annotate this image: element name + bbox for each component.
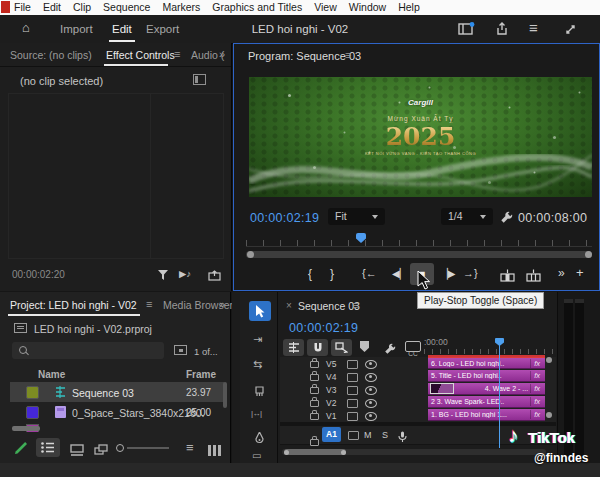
tab-sequence[interactable]: Sequence 03: [298, 301, 360, 312]
project-file-name[interactable]: LED hoi nghi - V02.prproj: [34, 324, 152, 335]
column-header-frame[interactable]: Frame: [186, 370, 216, 380]
share-icon[interactable]: [495, 22, 509, 40]
writable-pen-icon[interactable]: [14, 441, 28, 459]
track-name[interactable]: V4: [326, 373, 340, 382]
horizontal-scrollbar-thumb[interactable]: [12, 426, 40, 431]
mark-out-button[interactable]: }: [330, 268, 334, 280]
fx-badge[interactable]: fx: [530, 410, 545, 419]
menu-graphics-titles[interactable]: Graphics and Titles: [212, 2, 302, 13]
go-to-out-button[interactable]: →}: [463, 268, 478, 279]
slip-tool[interactable]: |↔|: [251, 410, 262, 418]
zoom-handle-right[interactable]: [585, 251, 592, 258]
search-input[interactable]: [32, 343, 162, 358]
clip-wave-spark[interactable]: 2 3. Wave Spark- LED.. fx: [428, 396, 545, 408]
audio-track-badge[interactable]: A1: [322, 427, 341, 442]
timeline-timecode[interactable]: 00:00:02:19: [289, 322, 358, 335]
lock-icon[interactable]: [310, 439, 319, 446]
insert-nest-button[interactable]: [283, 339, 304, 356]
track-scrollbar-handle-bottom[interactable]: [546, 412, 552, 418]
hscroll-handle-right[interactable]: [341, 450, 346, 455]
icon-view-button[interactable]: [70, 442, 84, 460]
automate-sequence-icon[interactable]: [208, 442, 221, 460]
hand-tool[interactable]: ▭: [252, 451, 261, 461]
timeline-menu-icon[interactable]: ≡: [352, 300, 358, 311]
program-menu-icon[interactable]: ≡: [345, 50, 351, 61]
selection-tool[interactable]: [249, 301, 271, 321]
program-zoom-scrollbar[interactable]: [246, 251, 592, 258]
voiceover-mic-icon[interactable]: [398, 429, 407, 447]
zoom-slider-track[interactable]: [127, 447, 169, 449]
tab-effect-controls[interactable]: Effect Controls: [106, 50, 175, 61]
more-tabs-icon[interactable]: »: [219, 49, 225, 60]
clip-wave2[interactable]: 4. Wave 2 - ... fx: [428, 383, 545, 395]
project-menu-icon[interactable]: ≡: [146, 299, 152, 310]
tab-edit[interactable]: Edit: [112, 24, 132, 36]
freeform-view-button[interactable]: [94, 442, 109, 460]
program-time-ruler[interactable]: [246, 233, 592, 247]
fx-badge[interactable]: fx: [530, 371, 545, 380]
pen-tool[interactable]: [254, 430, 265, 448]
track-target-icon[interactable]: [347, 412, 358, 421]
clip-bg[interactable]: 1. BG - LED hoi nghi 1... fx: [428, 409, 545, 421]
settings-wrench-icon[interactable]: [500, 210, 513, 228]
fx-badge[interactable]: fx: [530, 359, 545, 368]
track-select-tool[interactable]: ⇥: [253, 334, 262, 345]
ripple-edit-tool[interactable]: ⇆: [253, 359, 262, 370]
search-bin-icon[interactable]: [174, 345, 187, 355]
track-target-icon[interactable]: [347, 399, 358, 408]
razor-tool[interactable]: [254, 383, 265, 401]
zoom-slider-handle[interactable]: [116, 444, 124, 452]
label-color-chip[interactable]: [26, 406, 39, 419]
close-tab-icon[interactable]: ×: [286, 301, 292, 311]
fullscreen-icon[interactable]: [564, 22, 577, 40]
menu-file[interactable]: File: [14, 2, 31, 13]
sort-icon[interactable]: ≡: [186, 441, 194, 454]
track-name[interactable]: V3: [326, 386, 340, 395]
tab-project[interactable]: Project: LED hoi nghi - V02: [10, 300, 137, 311]
tab-import[interactable]: Import: [60, 24, 93, 36]
list-view-button[interactable]: [36, 438, 60, 457]
linked-selection-button[interactable]: [331, 339, 352, 356]
hamburger-menu-icon[interactable]: ≡: [529, 20, 538, 35]
track-target-icon[interactable]: [347, 373, 358, 382]
export-frame-icon[interactable]: [208, 267, 221, 285]
search-box[interactable]: [12, 342, 164, 359]
lock-icon[interactable]: [310, 413, 319, 420]
label-color-chip[interactable]: [26, 386, 39, 399]
snap-magnet-button[interactable]: [307, 339, 328, 356]
more-controls-icon[interactable]: »: [558, 267, 565, 279]
filter-icon[interactable]: [157, 267, 169, 285]
mute-button[interactable]: M: [364, 431, 372, 440]
program-preview[interactable]: Cargill Mừng Xuân Ất Tỵ 2025 KẾT NỐI VỮN…: [249, 77, 592, 197]
clip-title[interactable]: 5. Title - LED hoi nghi.. fx: [428, 370, 545, 382]
track-name[interactable]: V1: [326, 412, 340, 421]
solo-button[interactable]: S: [382, 431, 388, 440]
lock-icon[interactable]: [310, 361, 319, 368]
lock-icon[interactable]: [310, 387, 319, 394]
track-target-icon[interactable]: [347, 360, 358, 369]
workspace-icon[interactable]: [458, 22, 475, 40]
timeline-playhead-line[interactable]: [499, 338, 500, 448]
eye-icon[interactable]: [365, 373, 377, 382]
menu-view[interactable]: View: [314, 2, 337, 13]
panel-layout-icon[interactable]: [193, 74, 206, 85]
eye-icon[interactable]: [365, 386, 377, 395]
lock-icon[interactable]: [310, 374, 319, 381]
clip-logo[interactable]: 6. Logo - LED hoi nghi.. fx: [428, 357, 545, 369]
timeline-hscrollbar-thumb[interactable]: [284, 449, 346, 455]
project-row-clip[interactable]: 0_Space_Stars_3840x2160. 25.00: [10, 402, 224, 422]
track-name[interactable]: V5: [326, 360, 340, 369]
zoom-handle-left[interactable]: [247, 251, 254, 258]
captions-button[interactable]: CC: [405, 341, 421, 352]
fx-badge[interactable]: fx: [530, 397, 545, 406]
menu-sequence[interactable]: Sequence: [103, 2, 150, 13]
program-timecode[interactable]: 00:00:02:19: [250, 212, 319, 225]
menu-help[interactable]: Help: [398, 2, 420, 13]
track-scrollbar-handle-top[interactable]: [546, 357, 552, 363]
tab-export[interactable]: Export: [146, 24, 179, 36]
go-to-in-button[interactable]: {←: [362, 268, 377, 279]
lock-icon[interactable]: [310, 400, 319, 407]
menu-window[interactable]: Window: [349, 2, 386, 13]
step-back-button[interactable]: ◀▏: [392, 269, 407, 279]
play-audio-icon[interactable]: ▶♪: [179, 269, 191, 279]
